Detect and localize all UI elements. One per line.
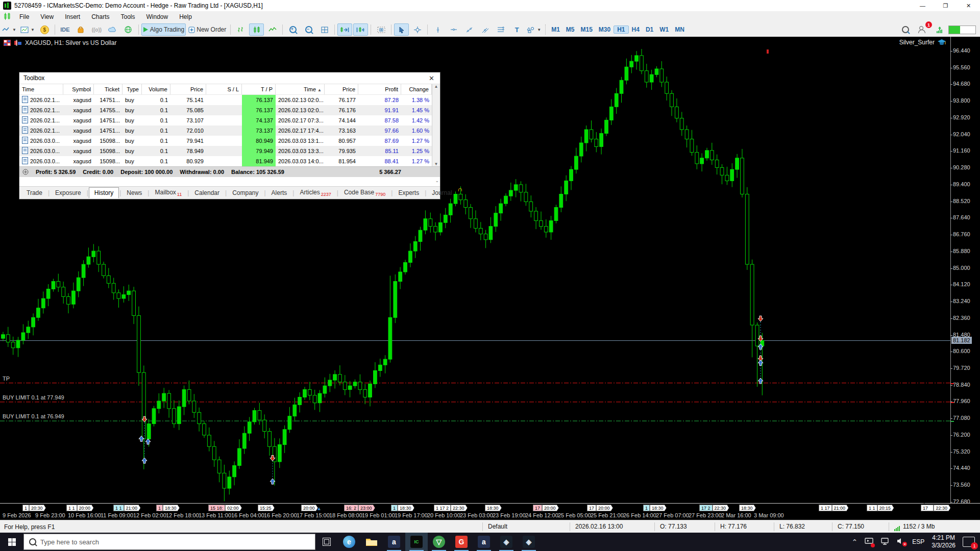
vps-cloud-button[interactable] <box>105 23 120 36</box>
history-header-row[interactable]: TimeSymbolTicketTypeVolumePriceS / LT / … <box>19 84 432 95</box>
history-table[interactable]: TimeSymbolTicketTypeVolumePriceS / LT / … <box>19 84 440 166</box>
metaeditor-ide-button[interactable]: IDE <box>58 23 72 36</box>
column-time[interactable]: Time ▲ <box>276 84 325 94</box>
history-row[interactable]: 2026.03.0...xagusd15098...buy0.179.94180… <box>19 136 432 146</box>
taskbar-app-green-app[interactable]: ▽ <box>428 533 450 551</box>
history-row[interactable]: 2026.02.1...xagusd14751...buy0.172.01073… <box>19 126 432 136</box>
time-flag[interactable]: 15 18:02:00 <box>208 505 242 511</box>
user-notifications-button[interactable]: 1 <box>914 23 928 36</box>
chart-window-icon[interactable] <box>14 40 21 46</box>
text-tool[interactable]: T <box>509 23 524 36</box>
history-row[interactable]: 2026.02.1...xagusd14751...buy0.175.14176… <box>19 95 432 105</box>
accounts-button[interactable]: $ <box>37 23 52 36</box>
close-button[interactable]: ✕ <box>957 0 980 11</box>
column-volume[interactable]: Volume <box>142 84 170 94</box>
tab-articles[interactable]: Articles2237 <box>295 187 336 198</box>
taskbar-app-amazon-2[interactable]: a <box>473 533 495 551</box>
expert-hat-icon[interactable] <box>937 39 946 46</box>
timeframe-W1[interactable]: W1 <box>656 26 672 33</box>
tab-news[interactable]: News <box>121 188 147 198</box>
task-view-button[interactable] <box>315 533 338 551</box>
tab-trade[interactable]: Trade <box>21 188 47 198</box>
hidden-icons-chevron[interactable]: ⌃ <box>852 538 858 546</box>
action-center-button[interactable]: 1 <box>963 537 975 547</box>
restore-button[interactable]: ❐ <box>934 0 957 11</box>
network-tray-icon[interactable] <box>880 538 890 546</box>
search-button[interactable] <box>898 23 913 36</box>
crosshair-tool-button[interactable] <box>410 23 425 36</box>
tab-history[interactable]: History <box>89 187 119 198</box>
tab-exposure[interactable]: Exposure <box>50 188 86 198</box>
minimize-button[interactable]: — <box>911 0 934 11</box>
time-flag[interactable]: 16: 223:00 <box>344 505 375 511</box>
menu-window[interactable]: Window <box>141 12 174 21</box>
time-flag[interactable]: 18:30 <box>739 505 756 511</box>
trade-marker-buy[interactable] <box>145 439 151 444</box>
trade-marker-sell[interactable] <box>758 316 763 321</box>
shapes-tool-dropdown[interactable]: ▼ <box>525 23 543 36</box>
column-tp[interactable]: T / P <box>242 84 276 94</box>
zoom-out-button[interactable]: − <box>301 23 316 36</box>
cursor-tool-button[interactable] <box>394 23 409 36</box>
taskbar-app-google[interactable]: G <box>450 533 473 551</box>
menu-charts[interactable]: Charts <box>86 12 115 21</box>
depth-of-market-icon[interactable] <box>4 40 11 46</box>
auto-scroll-toggle[interactable] <box>337 23 352 36</box>
tab-calendar[interactable]: Calendar <box>189 188 225 198</box>
time-flag[interactable]: 1720:00 <box>587 505 613 511</box>
history-row[interactable]: 2026.03.0...xagusd15098...buy0.178.94979… <box>19 146 432 156</box>
time-flag[interactable]: 118:30 <box>156 505 180 511</box>
column-symbol[interactable]: Symbol <box>63 84 94 94</box>
column-ticket[interactable]: Ticket <box>94 84 122 94</box>
tab-code-base[interactable]: Code Base7790 <box>339 187 390 198</box>
profiles-dropdown[interactable]: ▼ <box>19 23 36 36</box>
time-axis[interactable]: 120:301 120:001 121:00118:3015 18:02:001… <box>0 503 980 520</box>
taskbar-app-icmarkets[interactable]: IC <box>405 533 428 551</box>
column-price[interactable]: Price <box>170 84 206 94</box>
column-type[interactable]: Type <box>122 84 142 94</box>
summary-plus-icon[interactable] <box>22 169 29 175</box>
taskbar-app-edge[interactable]: e <box>338 533 360 551</box>
tab-mailbox[interactable]: Mailbox11 <box>150 187 187 198</box>
fibonacci-tool[interactable] <box>494 23 508 36</box>
vertical-line-tool[interactable] <box>430 23 445 36</box>
trendline-tool[interactable] <box>462 23 477 36</box>
screenshot-button[interactable] <box>374 23 388 36</box>
timeframe-H4[interactable]: H4 <box>629 26 643 33</box>
toolbox-window[interactable]: Toolbox ✕ TimeSymbolTicketTypeVolumePric… <box>19 72 440 199</box>
new-order-button[interactable]: New Order <box>187 23 228 36</box>
column-change[interactable]: Change <box>401 84 432 94</box>
menu-insert[interactable]: Insert <box>59 12 86 21</box>
timeframe-M30[interactable]: M30 <box>596 26 614 33</box>
time-flag[interactable]: 1 1721:00 <box>819 505 848 511</box>
time-flag[interactable]: 120:30 <box>22 505 46 511</box>
community-button[interactable] <box>121 23 136 36</box>
candle-chart-mode-button[interactable] <box>249 23 264 36</box>
market-button[interactable] <box>74 23 88 36</box>
history-row[interactable]: 2026.02.1...xagusd14751...buy0.173.10774… <box>19 115 432 126</box>
line-chart-mode-button[interactable] <box>265 23 280 36</box>
menu-help[interactable]: Help <box>174 12 198 21</box>
time-flag[interactable]: 1 17 222:30 <box>921 505 950 511</box>
screenshare-tray-icon[interactable] <box>865 538 873 546</box>
chart-shift-marker[interactable] <box>767 49 769 54</box>
time-flag[interactable]: 1 120:15 <box>867 505 894 511</box>
taskbar-clock[interactable]: 4:21 PM 3/3/2026 <box>932 534 955 549</box>
taskbar-app-amazon[interactable]: a <box>383 533 405 551</box>
horizontal-line-tool[interactable] <box>446 23 461 36</box>
time-flag[interactable]: 15:25 <box>258 505 275 511</box>
timeframe-H1[interactable]: H1 <box>614 26 628 34</box>
signals-button[interactable]: ((o)) <box>89 23 104 36</box>
time-flag[interactable]: 1 121:00 <box>113 505 140 511</box>
toolbox-titlebar[interactable]: Toolbox ✕ <box>19 72 440 84</box>
timeframe-MN[interactable]: MN <box>672 26 688 33</box>
chart-type-dropdown[interactable]: ▼ <box>1 23 18 36</box>
tab-experts[interactable]: Experts <box>393 188 424 198</box>
scroll-down-chevron[interactable]: ⌄ <box>435 178 439 183</box>
channel-tool[interactable] <box>478 23 493 36</box>
time-flag[interactable]: 118:30 <box>643 505 667 511</box>
price-axis[interactable]: 96.44095.56094.68093.80092.92092.04091.1… <box>950 37 980 503</box>
toolbox-close-button[interactable]: ✕ <box>427 74 436 82</box>
column-time[interactable]: Time <box>19 84 63 94</box>
history-row[interactable]: 2026.03.0...xagusd15098...buy0.180.92981… <box>19 156 432 166</box>
